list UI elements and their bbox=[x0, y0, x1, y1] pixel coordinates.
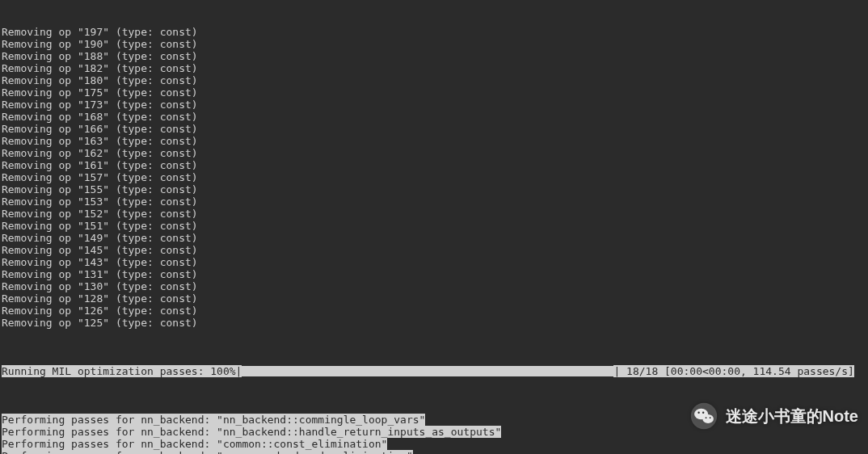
removing-op-line: Removing op "182" (type: const) bbox=[2, 62, 866, 74]
nn-pass-text: Performing passes for nn_backend: "nn_ba… bbox=[2, 426, 501, 438]
nn-pass-text: Performing passes for nn_backend: "commo… bbox=[2, 450, 413, 454]
removing-op-line: Removing op "125" (type: const) bbox=[2, 317, 866, 329]
nn-pass-text: Performing passes for nn_backend: "commo… bbox=[2, 438, 387, 450]
mil-pass-suffix: | 18/18 [00:00<00:00, 114.54 passes/s] bbox=[613, 365, 853, 377]
removing-op-line: Removing op "157" (type: const) bbox=[2, 171, 866, 183]
terminal-output[interactable]: Removing op "197" (type: const)Removing … bbox=[0, 0, 868, 454]
nn-pass-line: Performing passes for nn_backend: "nn_ba… bbox=[2, 414, 866, 426]
nn-pass-line: Performing passes for nn_backend: "commo… bbox=[2, 438, 866, 450]
nn-passes-block: Performing passes for nn_backend: "nn_ba… bbox=[2, 414, 866, 454]
removing-op-line: Removing op "163" (type: const) bbox=[2, 135, 866, 147]
removing-op-line: Removing op "128" (type: const) bbox=[2, 292, 866, 305]
removing-op-line: Removing op "173" (type: const) bbox=[2, 99, 866, 111]
removing-op-line: Removing op "188" (type: const) bbox=[2, 50, 866, 62]
removing-op-line: Removing op "131" (type: const) bbox=[2, 268, 866, 280]
removing-op-line: Removing op "197" (type: const) bbox=[2, 26, 866, 38]
removing-op-line: Removing op "126" (type: const) bbox=[2, 305, 866, 317]
removing-op-line: Removing op "152" (type: const) bbox=[2, 208, 866, 220]
removing-op-line: Removing op "180" (type: const) bbox=[2, 74, 866, 86]
removing-op-line: Removing op "190" (type: const) bbox=[2, 38, 866, 50]
removing-op-line: Removing op "161" (type: const) bbox=[2, 159, 866, 171]
removing-op-line: Removing op "155" (type: const) bbox=[2, 183, 866, 195]
removing-op-line: Removing op "168" (type: const) bbox=[2, 111, 866, 123]
removing-ops-block: Removing op "197" (type: const)Removing … bbox=[2, 26, 866, 329]
mil-pass-text: Running MIL optimization passes: 100%| bbox=[2, 365, 242, 377]
removing-op-line: Removing op "153" (type: const) bbox=[2, 195, 866, 208]
progress-bar bbox=[242, 366, 613, 376]
nn-pass-text: Performing passes for nn_backend: "nn_ba… bbox=[2, 414, 425, 426]
removing-op-line: Removing op "151" (type: const) bbox=[2, 220, 866, 232]
removing-op-line: Removing op "130" (type: const) bbox=[2, 280, 866, 292]
removing-op-line: Removing op "143" (type: const) bbox=[2, 256, 866, 268]
removing-op-line: Removing op "166" (type: const) bbox=[2, 123, 866, 135]
removing-op-line: Removing op "149" (type: const) bbox=[2, 232, 866, 244]
removing-op-line: Removing op "175" (type: const) bbox=[2, 86, 866, 99]
removing-op-line: Removing op "162" (type: const) bbox=[2, 147, 866, 159]
mil-pass-line: Running MIL optimization passes: 100%|| … bbox=[2, 365, 866, 377]
removing-op-line: Removing op "145" (type: const) bbox=[2, 244, 866, 256]
nn-pass-line: Performing passes for nn_backend: "commo… bbox=[2, 450, 866, 454]
nn-pass-line: Performing passes for nn_backend: "nn_ba… bbox=[2, 426, 866, 438]
